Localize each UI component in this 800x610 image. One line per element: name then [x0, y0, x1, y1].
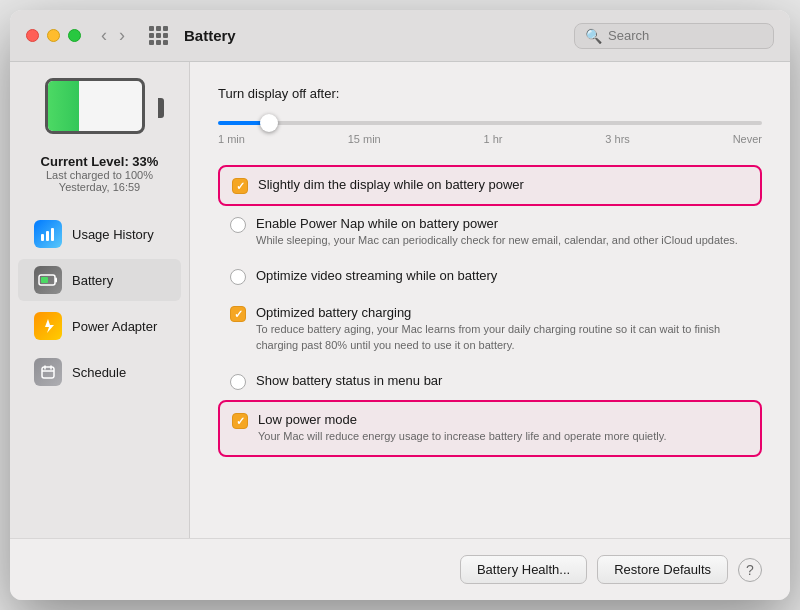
grid-dot: [163, 26, 168, 31]
back-button[interactable]: ‹: [97, 23, 111, 48]
low-power-text: Low power mode Your Mac will reduce ener…: [258, 412, 748, 444]
svg-rect-1: [46, 231, 49, 241]
checkbox-power-nap-wrapper[interactable]: [230, 217, 246, 233]
checkbox-battery-status-wrapper[interactable]: [230, 374, 246, 390]
optimized-text: Optimized battery charging To reduce bat…: [256, 305, 750, 353]
window-title: Battery: [184, 27, 236, 44]
checkbox-video[interactable]: [230, 269, 246, 285]
tick-15min: 15 min: [348, 133, 381, 145]
power-adapter-icon: [34, 312, 62, 340]
svg-rect-0: [41, 234, 44, 241]
sidebar: Current Level: 33% Last charged to 100% …: [10, 62, 190, 538]
sidebar-item-usage-history[interactable]: Usage History: [18, 213, 181, 255]
power-nap-title: Enable Power Nap while on battery power: [256, 216, 750, 231]
right-panel: Turn display off after: 1 min 15 min 1 h…: [190, 62, 790, 538]
checkbox-power-nap[interactable]: [230, 217, 246, 233]
svg-rect-7: [42, 367, 54, 378]
battery-level: Current Level: 33%: [26, 154, 173, 169]
search-icon: 🔍: [585, 28, 602, 44]
grid-dot: [149, 40, 154, 45]
restore-defaults-button[interactable]: Restore Defaults: [597, 555, 728, 584]
dim-display-text: Slightly dim the display while on batter…: [258, 177, 748, 192]
video-title: Optimize video streaming while on batter…: [256, 268, 750, 283]
grid-dot: [149, 33, 154, 38]
sidebar-item-power-adapter[interactable]: Power Adapter: [18, 305, 181, 347]
option-video-streaming: Optimize video streaming while on batter…: [218, 258, 762, 295]
option-dim-display: Slightly dim the display while on batter…: [218, 165, 762, 206]
slider-label: Turn display off after:: [218, 86, 762, 101]
tick-1hr: 1 hr: [484, 133, 503, 145]
slider-ticks: 1 min 15 min 1 hr 3 hrs Never: [218, 133, 762, 145]
grid-icon[interactable]: [149, 26, 168, 45]
help-button[interactable]: ?: [738, 558, 762, 582]
battery-status-title: Show battery status in menu bar: [256, 373, 750, 388]
schedule-icon: [34, 358, 62, 386]
tick-never: Never: [733, 133, 762, 145]
grid-dot: [149, 26, 154, 31]
slider-section: Turn display off after: 1 min 15 min 1 h…: [218, 86, 762, 145]
option-optimized-charging: Optimized battery charging To reduce bat…: [218, 295, 762, 363]
footer: Battery Health... Restore Defaults ?: [10, 538, 790, 600]
main-window: ‹ › Battery 🔍: [10, 10, 790, 600]
sidebar-label-power-adapter: Power Adapter: [72, 319, 157, 334]
option-power-nap: Enable Power Nap while on battery power …: [218, 206, 762, 258]
low-power-desc: Your Mac will reduce energy usage to inc…: [258, 429, 748, 444]
close-button[interactable]: [26, 29, 39, 42]
optimized-title: Optimized battery charging: [256, 305, 750, 320]
checkbox-optimized[interactable]: [230, 306, 246, 322]
usage-history-icon: [34, 220, 62, 248]
tick-1min: 1 min: [218, 133, 245, 145]
battery-health-button[interactable]: Battery Health...: [460, 555, 587, 584]
option-low-power: Low power mode Your Mac will reduce ener…: [218, 400, 762, 456]
search-box[interactable]: 🔍: [574, 23, 774, 49]
video-text: Optimize video streaming while on batter…: [256, 268, 750, 283]
battery-icon-container: [10, 78, 189, 138]
grid-dot: [156, 40, 161, 45]
sidebar-item-schedule[interactable]: Schedule: [18, 351, 181, 393]
sidebar-label-schedule: Schedule: [72, 365, 126, 380]
tick-3hrs: 3 hrs: [605, 133, 629, 145]
minimize-button[interactable]: [47, 29, 60, 42]
option-battery-status: Show battery status in menu bar: [218, 363, 762, 400]
main-content: Current Level: 33% Last charged to 100% …: [10, 62, 790, 538]
svg-rect-2: [51, 228, 54, 241]
titlebar: ‹ › Battery 🔍: [10, 10, 790, 62]
power-nap-desc: While sleeping, your Mac can periodicall…: [256, 233, 750, 248]
checkbox-low-power-wrapper[interactable]: [232, 413, 248, 429]
svg-rect-5: [41, 277, 48, 283]
charge-time: Yesterday, 16:59: [26, 181, 173, 193]
battery-tip: [158, 98, 164, 118]
svg-rect-4: [55, 278, 57, 283]
display-sleep-slider[interactable]: [218, 121, 762, 125]
battery-visual: [45, 78, 155, 138]
checkbox-battery-status[interactable]: [230, 374, 246, 390]
checkbox-dim-display-wrapper[interactable]: [232, 178, 248, 194]
grid-dot: [156, 26, 161, 31]
fullscreen-button[interactable]: [68, 29, 81, 42]
grid-dot: [156, 33, 161, 38]
checkbox-optimized-wrapper[interactable]: [230, 306, 246, 322]
sidebar-label-battery: Battery: [72, 273, 113, 288]
last-charged: Last charged to 100%: [26, 169, 173, 181]
low-power-title: Low power mode: [258, 412, 748, 427]
checkbox-low-power[interactable]: [232, 413, 248, 429]
search-input[interactable]: [608, 28, 763, 43]
checkbox-video-wrapper[interactable]: [230, 269, 246, 285]
svg-marker-6: [45, 319, 54, 333]
nav-buttons: ‹ ›: [97, 23, 129, 48]
options-list: Slightly dim the display while on batter…: [218, 165, 762, 457]
battery-sidebar-icon: [34, 266, 62, 294]
grid-dot: [163, 40, 168, 45]
sidebar-item-battery[interactable]: Battery: [18, 259, 181, 301]
battery-body: [45, 78, 145, 134]
sidebar-label-usage-history: Usage History: [72, 227, 154, 242]
traffic-lights: [26, 29, 81, 42]
battery-status-text: Show battery status in menu bar: [256, 373, 750, 388]
dim-display-title: Slightly dim the display while on batter…: [258, 177, 748, 192]
optimized-desc: To reduce battery aging, your Mac learns…: [256, 322, 750, 353]
battery-info: Current Level: 33% Last charged to 100% …: [10, 154, 189, 193]
grid-dot: [163, 33, 168, 38]
checkbox-dim-display[interactable]: [232, 178, 248, 194]
forward-button[interactable]: ›: [115, 23, 129, 48]
battery-fill: [48, 81, 79, 131]
